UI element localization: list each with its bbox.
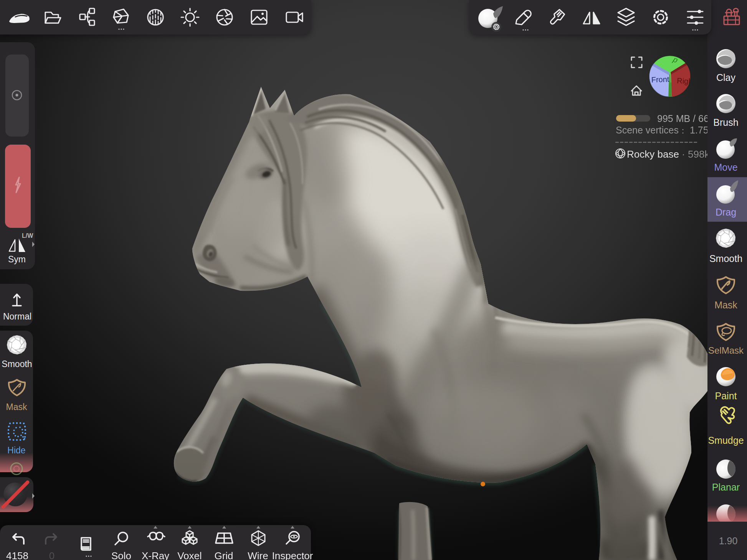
- svg-text:L/W: L/W: [22, 232, 33, 239]
- svg-text:Front: Front: [651, 75, 669, 84]
